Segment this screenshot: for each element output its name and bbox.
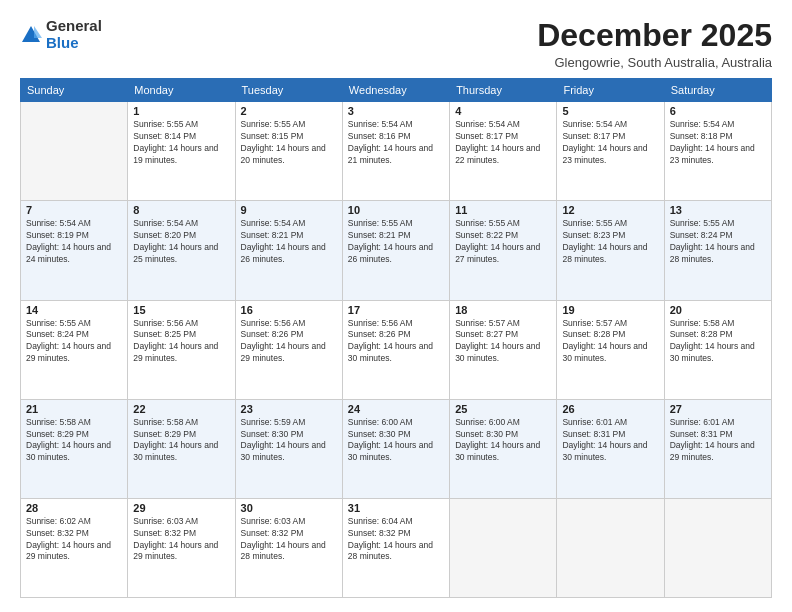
day-number: 4 bbox=[455, 105, 551, 117]
day-info: Sunrise: 5:54 AMSunset: 8:21 PMDaylight:… bbox=[241, 218, 337, 266]
day-number: 25 bbox=[455, 403, 551, 415]
table-row bbox=[21, 102, 128, 201]
table-row: 10 Sunrise: 5:55 AMSunset: 8:21 PMDaylig… bbox=[342, 201, 449, 300]
table-row: 31 Sunrise: 6:04 AMSunset: 8:32 PMDaylig… bbox=[342, 498, 449, 597]
table-row: 6 Sunrise: 5:54 AMSunset: 8:18 PMDayligh… bbox=[664, 102, 771, 201]
day-info: Sunrise: 6:00 AMSunset: 8:30 PMDaylight:… bbox=[348, 417, 444, 465]
day-number: 23 bbox=[241, 403, 337, 415]
calendar-week-row: 7 Sunrise: 5:54 AMSunset: 8:19 PMDayligh… bbox=[21, 201, 772, 300]
table-row bbox=[557, 498, 664, 597]
day-info: Sunrise: 5:54 AMSunset: 8:17 PMDaylight:… bbox=[562, 119, 658, 167]
table-row: 29 Sunrise: 6:03 AMSunset: 8:32 PMDaylig… bbox=[128, 498, 235, 597]
page: General Blue December 2025 Glengowrie, S… bbox=[0, 0, 792, 612]
day-info: Sunrise: 5:54 AMSunset: 8:19 PMDaylight:… bbox=[26, 218, 122, 266]
day-info: Sunrise: 5:55 AMSunset: 8:21 PMDaylight:… bbox=[348, 218, 444, 266]
day-info: Sunrise: 5:54 AMSunset: 8:20 PMDaylight:… bbox=[133, 218, 229, 266]
day-number: 18 bbox=[455, 304, 551, 316]
day-info: Sunrise: 5:55 AMSunset: 8:14 PMDaylight:… bbox=[133, 119, 229, 167]
table-row bbox=[450, 498, 557, 597]
table-row: 3 Sunrise: 5:54 AMSunset: 8:16 PMDayligh… bbox=[342, 102, 449, 201]
day-info: Sunrise: 5:54 AMSunset: 8:18 PMDaylight:… bbox=[670, 119, 766, 167]
day-number: 16 bbox=[241, 304, 337, 316]
table-row: 13 Sunrise: 5:55 AMSunset: 8:24 PMDaylig… bbox=[664, 201, 771, 300]
calendar-table: Sunday Monday Tuesday Wednesday Thursday… bbox=[20, 78, 772, 598]
day-info: Sunrise: 5:54 AMSunset: 8:16 PMDaylight:… bbox=[348, 119, 444, 167]
day-info: Sunrise: 5:55 AMSunset: 8:23 PMDaylight:… bbox=[562, 218, 658, 266]
day-info: Sunrise: 6:01 AMSunset: 8:31 PMDaylight:… bbox=[562, 417, 658, 465]
table-row: 9 Sunrise: 5:54 AMSunset: 8:21 PMDayligh… bbox=[235, 201, 342, 300]
logo: General Blue bbox=[20, 18, 102, 51]
day-number: 21 bbox=[26, 403, 122, 415]
table-row: 2 Sunrise: 5:55 AMSunset: 8:15 PMDayligh… bbox=[235, 102, 342, 201]
day-info: Sunrise: 5:55 AMSunset: 8:15 PMDaylight:… bbox=[241, 119, 337, 167]
day-number: 8 bbox=[133, 204, 229, 216]
table-row: 27 Sunrise: 6:01 AMSunset: 8:31 PMDaylig… bbox=[664, 399, 771, 498]
day-number: 20 bbox=[670, 304, 766, 316]
table-row: 18 Sunrise: 5:57 AMSunset: 8:27 PMDaylig… bbox=[450, 300, 557, 399]
day-info: Sunrise: 6:00 AMSunset: 8:30 PMDaylight:… bbox=[455, 417, 551, 465]
table-row: 12 Sunrise: 5:55 AMSunset: 8:23 PMDaylig… bbox=[557, 201, 664, 300]
header-row: General Blue December 2025 Glengowrie, S… bbox=[20, 18, 772, 70]
day-info: Sunrise: 5:58 AMSunset: 8:28 PMDaylight:… bbox=[670, 318, 766, 366]
day-number: 7 bbox=[26, 204, 122, 216]
day-info: Sunrise: 5:55 AMSunset: 8:24 PMDaylight:… bbox=[26, 318, 122, 366]
day-info: Sunrise: 5:57 AMSunset: 8:28 PMDaylight:… bbox=[562, 318, 658, 366]
calendar-week-row: 1 Sunrise: 5:55 AMSunset: 8:14 PMDayligh… bbox=[21, 102, 772, 201]
table-row: 25 Sunrise: 6:00 AMSunset: 8:30 PMDaylig… bbox=[450, 399, 557, 498]
table-row: 24 Sunrise: 6:00 AMSunset: 8:30 PMDaylig… bbox=[342, 399, 449, 498]
day-number: 29 bbox=[133, 502, 229, 514]
table-row: 26 Sunrise: 6:01 AMSunset: 8:31 PMDaylig… bbox=[557, 399, 664, 498]
day-info: Sunrise: 6:03 AMSunset: 8:32 PMDaylight:… bbox=[241, 516, 337, 564]
day-number: 24 bbox=[348, 403, 444, 415]
day-number: 27 bbox=[670, 403, 766, 415]
table-row: 23 Sunrise: 5:59 AMSunset: 8:30 PMDaylig… bbox=[235, 399, 342, 498]
day-number: 15 bbox=[133, 304, 229, 316]
day-number: 1 bbox=[133, 105, 229, 117]
table-row: 17 Sunrise: 5:56 AMSunset: 8:26 PMDaylig… bbox=[342, 300, 449, 399]
day-info: Sunrise: 5:57 AMSunset: 8:27 PMDaylight:… bbox=[455, 318, 551, 366]
day-number: 22 bbox=[133, 403, 229, 415]
table-row: 16 Sunrise: 5:56 AMSunset: 8:26 PMDaylig… bbox=[235, 300, 342, 399]
table-row: 7 Sunrise: 5:54 AMSunset: 8:19 PMDayligh… bbox=[21, 201, 128, 300]
col-monday: Monday bbox=[128, 79, 235, 102]
table-row: 5 Sunrise: 5:54 AMSunset: 8:17 PMDayligh… bbox=[557, 102, 664, 201]
day-info: Sunrise: 6:02 AMSunset: 8:32 PMDaylight:… bbox=[26, 516, 122, 564]
day-number: 12 bbox=[562, 204, 658, 216]
day-number: 31 bbox=[348, 502, 444, 514]
day-number: 3 bbox=[348, 105, 444, 117]
col-sunday: Sunday bbox=[21, 79, 128, 102]
day-info: Sunrise: 5:59 AMSunset: 8:30 PMDaylight:… bbox=[241, 417, 337, 465]
table-row: 11 Sunrise: 5:55 AMSunset: 8:22 PMDaylig… bbox=[450, 201, 557, 300]
title-block: December 2025 Glengowrie, South Australi… bbox=[537, 18, 772, 70]
day-info: Sunrise: 5:56 AMSunset: 8:26 PMDaylight:… bbox=[241, 318, 337, 366]
col-saturday: Saturday bbox=[664, 79, 771, 102]
day-info: Sunrise: 5:56 AMSunset: 8:26 PMDaylight:… bbox=[348, 318, 444, 366]
day-number: 9 bbox=[241, 204, 337, 216]
calendar-week-row: 21 Sunrise: 5:58 AMSunset: 8:29 PMDaylig… bbox=[21, 399, 772, 498]
table-row: 14 Sunrise: 5:55 AMSunset: 8:24 PMDaylig… bbox=[21, 300, 128, 399]
logo-blue-text: Blue bbox=[46, 35, 102, 52]
table-row: 1 Sunrise: 5:55 AMSunset: 8:14 PMDayligh… bbox=[128, 102, 235, 201]
day-number: 11 bbox=[455, 204, 551, 216]
day-info: Sunrise: 6:04 AMSunset: 8:32 PMDaylight:… bbox=[348, 516, 444, 564]
day-info: Sunrise: 5:54 AMSunset: 8:17 PMDaylight:… bbox=[455, 119, 551, 167]
day-number: 5 bbox=[562, 105, 658, 117]
day-info: Sunrise: 5:58 AMSunset: 8:29 PMDaylight:… bbox=[26, 417, 122, 465]
day-number: 10 bbox=[348, 204, 444, 216]
table-row: 28 Sunrise: 6:02 AMSunset: 8:32 PMDaylig… bbox=[21, 498, 128, 597]
day-number: 14 bbox=[26, 304, 122, 316]
day-info: Sunrise: 5:55 AMSunset: 8:24 PMDaylight:… bbox=[670, 218, 766, 266]
day-info: Sunrise: 5:58 AMSunset: 8:29 PMDaylight:… bbox=[133, 417, 229, 465]
day-number: 13 bbox=[670, 204, 766, 216]
table-row: 8 Sunrise: 5:54 AMSunset: 8:20 PMDayligh… bbox=[128, 201, 235, 300]
col-friday: Friday bbox=[557, 79, 664, 102]
logo-text: General Blue bbox=[46, 18, 102, 51]
day-number: 26 bbox=[562, 403, 658, 415]
day-number: 2 bbox=[241, 105, 337, 117]
table-row: 4 Sunrise: 5:54 AMSunset: 8:17 PMDayligh… bbox=[450, 102, 557, 201]
weekday-header-row: Sunday Monday Tuesday Wednesday Thursday… bbox=[21, 79, 772, 102]
calendar-week-row: 14 Sunrise: 5:55 AMSunset: 8:24 PMDaylig… bbox=[21, 300, 772, 399]
table-row: 21 Sunrise: 5:58 AMSunset: 8:29 PMDaylig… bbox=[21, 399, 128, 498]
table-row: 19 Sunrise: 5:57 AMSunset: 8:28 PMDaylig… bbox=[557, 300, 664, 399]
table-row: 20 Sunrise: 5:58 AMSunset: 8:28 PMDaylig… bbox=[664, 300, 771, 399]
